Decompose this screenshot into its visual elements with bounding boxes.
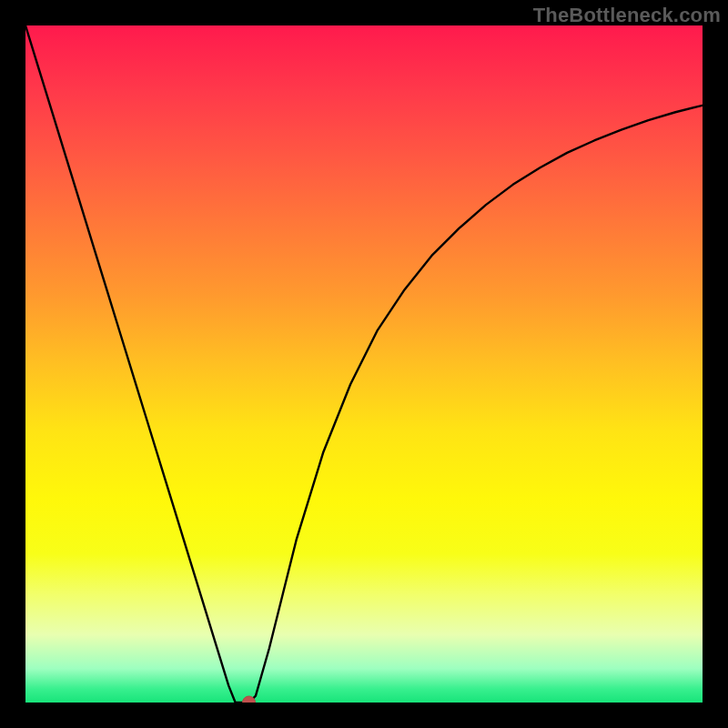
watermark-text: TheBottleneck.com [533,4,721,27]
bottleneck-curve [25,25,703,703]
chart-frame: TheBottleneck.com [0,0,728,728]
plot-area [25,25,703,703]
